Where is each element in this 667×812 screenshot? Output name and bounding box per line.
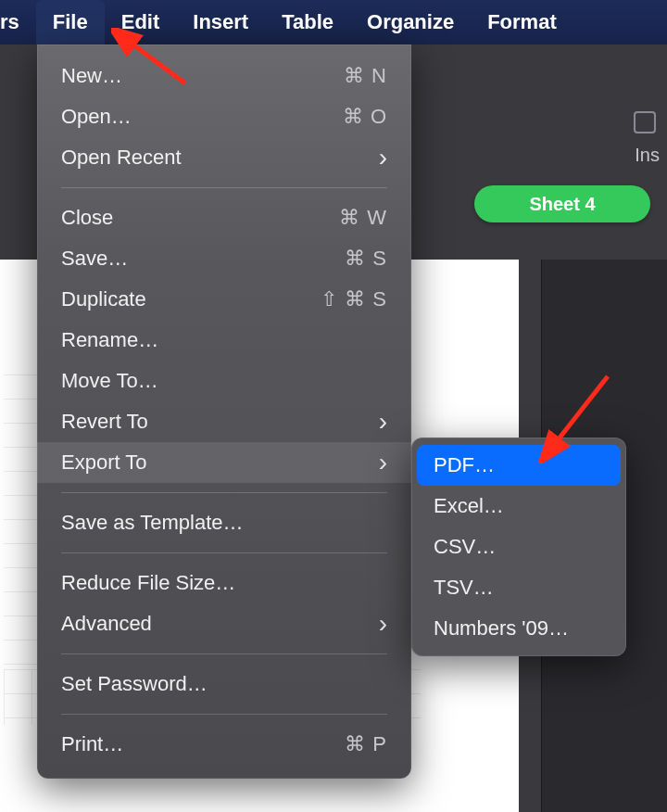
menu-item-shortcut: ⌘ W: [339, 206, 387, 230]
submenu-item-csv[interactable]: CSV…: [417, 527, 621, 567]
menu-item-label: Rename…: [61, 328, 387, 352]
menu-item-label: Open Recent: [61, 146, 371, 170]
file-menu-dropdown: New…⌘ NOpen…⌘ OOpen Recent›Close⌘ WSave……: [37, 44, 411, 779]
submenu-item-pdf[interactable]: PDF…: [417, 445, 621, 486]
menu-item-label: Close: [61, 206, 339, 230]
menu-item-revert-to[interactable]: Revert To›: [37, 401, 411, 442]
menu-item-label: New…: [61, 64, 344, 88]
menu-item-label: Save as Template…: [61, 511, 387, 535]
menu-item-label: Export To: [61, 450, 371, 475]
menu-item-label: Save…: [61, 247, 345, 271]
menubar-item-edit[interactable]: Edit: [105, 0, 177, 44]
chevron-right-icon: ›: [379, 407, 387, 437]
menu-item-duplicate[interactable]: Duplicate⇧ ⌘ S: [37, 279, 411, 320]
menu-item-save-as-template[interactable]: Save as Template…: [37, 502, 411, 543]
menu-item-new[interactable]: New…⌘ N: [37, 56, 411, 96]
menubar-item-format[interactable]: Format: [471, 0, 573, 44]
sheet-tab-label: Sheet 4: [529, 194, 595, 215]
menubar-app-name-partial[interactable]: rs: [0, 0, 36, 44]
menu-item-shortcut: ⌘ O: [343, 105, 387, 129]
menu-item-label: Reduce File Size…: [61, 571, 387, 595]
menubar: rs FileEditInsertTableOrganizeFormat: [0, 0, 667, 44]
menu-item-open[interactable]: Open…⌘ O: [37, 96, 411, 137]
chevron-right-icon: ›: [379, 143, 387, 172]
submenu-item-label: Excel…: [434, 494, 504, 518]
menu-item-reduce-file-size[interactable]: Reduce File Size…: [37, 563, 411, 603]
menu-item-label: Advanced: [61, 612, 371, 636]
sheet-tab-active[interactable]: Sheet 4: [474, 185, 650, 222]
menu-separator: [61, 552, 387, 553]
submenu-item-numbers-09[interactable]: Numbers '09…: [417, 608, 621, 649]
submenu-item-label: PDF…: [434, 453, 495, 477]
menu-item-label: Open…: [61, 105, 343, 129]
menubar-item-organize[interactable]: Organize: [350, 0, 471, 44]
menu-item-save[interactable]: Save…⌘ S: [37, 238, 411, 279]
menu-separator: [61, 653, 387, 654]
menu-separator: [61, 714, 387, 715]
menu-item-move-to[interactable]: Move To…: [37, 361, 411, 401]
submenu-item-label: TSV…: [434, 576, 494, 600]
menu-item-open-recent[interactable]: Open Recent›: [37, 137, 411, 178]
menu-item-rename[interactable]: Rename…: [37, 320, 411, 361]
menu-item-shortcut: ⌘ N: [344, 64, 387, 88]
menu-item-print[interactable]: Print…⌘ P: [37, 724, 411, 765]
menu-item-shortcut: ⌘ P: [345, 732, 387, 756]
menu-item-set-password[interactable]: Set Password…: [37, 664, 411, 704]
menu-item-shortcut: ⇧ ⌘ S: [321, 287, 387, 311]
menu-item-label: Duplicate: [61, 287, 321, 311]
menu-item-shortcut: ⌘ S: [345, 247, 387, 271]
chevron-right-icon: ›: [379, 448, 387, 477]
menu-item-export-to[interactable]: Export To›: [37, 442, 411, 483]
toolbar-icon-placeholder: [634, 111, 656, 133]
export-to-submenu: PDF…Excel…CSV…TSV…Numbers '09…: [411, 438, 626, 656]
toolbar-label-partial: Ins: [635, 145, 660, 166]
submenu-item-tsv[interactable]: TSV…: [417, 567, 621, 608]
menu-item-label: Revert To: [61, 410, 371, 434]
menu-item-label: Set Password…: [61, 672, 387, 696]
menu-item-label: Print…: [61, 732, 345, 756]
submenu-item-label: CSV…: [434, 535, 496, 559]
menubar-item-file[interactable]: File: [36, 0, 105, 44]
menu-separator: [61, 187, 387, 188]
menu-separator: [61, 492, 387, 493]
submenu-item-label: Numbers '09…: [434, 616, 569, 641]
menu-item-label: Move To…: [61, 369, 387, 393]
menubar-item-insert[interactable]: Insert: [176, 0, 265, 44]
menu-item-advanced[interactable]: Advanced›: [37, 603, 411, 644]
menu-item-close[interactable]: Close⌘ W: [37, 197, 411, 238]
chevron-right-icon: ›: [379, 609, 387, 639]
menubar-item-table[interactable]: Table: [265, 0, 350, 44]
submenu-item-excel[interactable]: Excel…: [417, 486, 621, 527]
